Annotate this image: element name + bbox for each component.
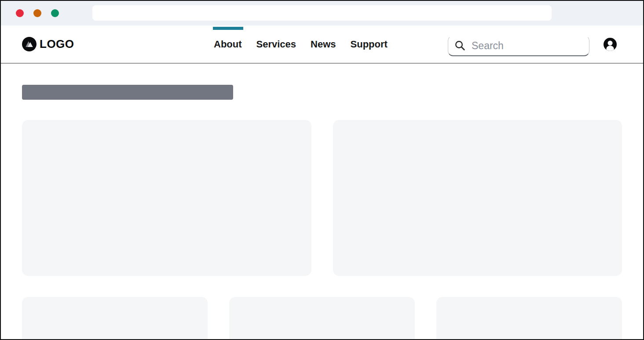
search-icon	[454, 40, 466, 51]
browser-window: LOGO About Services News Support	[0, 0, 644, 340]
nav-item-news[interactable]: News	[311, 25, 336, 63]
site-header: LOGO About Services News Support	[1, 25, 643, 64]
mountain-logo-icon	[22, 37, 37, 51]
window-minimize-button[interactable]	[33, 9, 41, 17]
window-maximize-button[interactable]	[51, 9, 59, 17]
user-avatar-icon[interactable]	[604, 38, 617, 51]
content-card-small-1	[22, 297, 208, 340]
search-input[interactable]	[472, 40, 584, 52]
nav-item-support[interactable]: Support	[351, 25, 388, 63]
page-content	[1, 85, 643, 340]
content-card-large-2	[333, 120, 622, 276]
small-card-row	[22, 297, 622, 340]
content-card-large-1	[22, 120, 311, 276]
logo[interactable]: LOGO	[22, 25, 74, 63]
search-box	[448, 36, 589, 56]
content-card-small-3	[436, 297, 622, 340]
nav-item-about[interactable]: About	[214, 25, 242, 63]
window-controls	[1, 9, 59, 17]
heading-placeholder	[22, 85, 233, 100]
window-close-button[interactable]	[16, 9, 24, 17]
nav-item-services[interactable]: Services	[256, 25, 296, 63]
large-card-row	[22, 120, 622, 276]
url-bar[interactable]	[92, 5, 552, 21]
logo-text: LOGO	[40, 37, 74, 51]
content-card-small-2	[229, 297, 415, 340]
browser-chrome-bar	[1, 1, 643, 25]
main-nav: About Services News Support	[214, 25, 388, 63]
